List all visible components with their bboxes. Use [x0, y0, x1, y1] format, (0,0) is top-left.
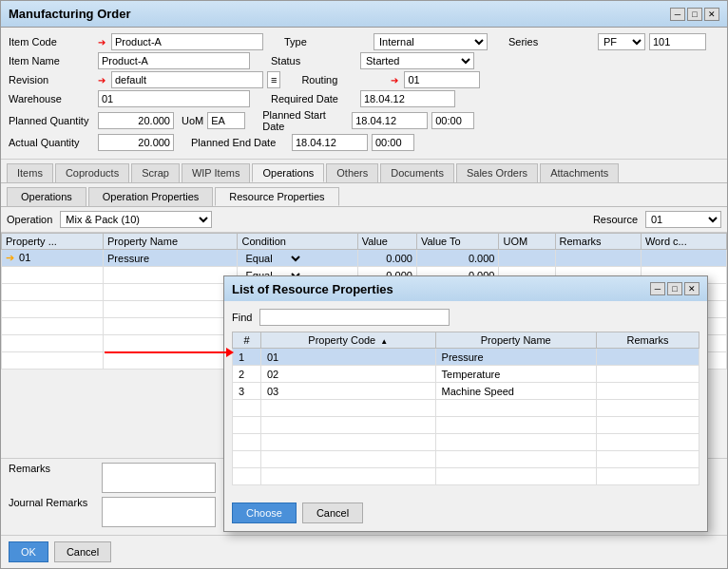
list-cell-remarks: [596, 349, 699, 366]
planned-qty-label: Planned Quantity: [9, 115, 94, 126]
uom-input[interactable]: [207, 112, 245, 129]
planned-end-time-input[interactable]: [372, 134, 414, 151]
tab-wip-items[interactable]: WIP Items: [182, 163, 251, 182]
cell-property-name-2: [104, 267, 238, 284]
series-label: Series: [508, 36, 594, 47]
cell-property-name: Pressure: [104, 250, 238, 267]
dialog-minimize-btn[interactable]: ─: [650, 282, 665, 295]
sub-tab-operation-properties[interactable]: Operation Properties: [88, 187, 214, 206]
tab-coproducts[interactable]: Coproducts: [55, 163, 129, 182]
table-row[interactable]: ➔ 01 Pressure Equal 0.000 0.000: [2, 250, 727, 267]
operation-select[interactable]: Mix & Pack (10): [60, 211, 212, 228]
window-title: Manufacturing Order: [9, 7, 131, 21]
item-name-input[interactable]: [98, 52, 250, 69]
journal-remarks-box[interactable]: [102, 497, 216, 527]
cell-property-code: ➔ 01: [2, 250, 104, 267]
cell-property-code-2: ➔: [2, 267, 104, 284]
type-select[interactable]: Internal: [374, 33, 488, 50]
col-property-name: Property Name: [104, 234, 238, 250]
series-num-input[interactable]: [649, 33, 706, 50]
operation-label: Operation: [7, 214, 52, 225]
item-code-label: Item Code: [9, 36, 94, 47]
item-code-input[interactable]: [111, 33, 263, 50]
sub-tabs: Operations Operation Properties Resource…: [1, 183, 727, 207]
resource-select[interactable]: 01: [645, 211, 721, 228]
type-label: Type: [284, 36, 370, 47]
cell-value: 0.000: [357, 250, 416, 267]
find-input[interactable]: [259, 309, 450, 326]
journal-remarks-label: Journal Remarks: [9, 497, 94, 508]
dialog-footer: Choose Cancel: [224, 499, 707, 531]
title-bar: Manufacturing Order ─ □ ✕: [1, 1, 727, 28]
list-cell-name: Temperature: [435, 366, 596, 383]
list-dialog: List of Resource Properties ─ □ ✕ Find #…: [223, 275, 708, 532]
sub-tab-resource-properties[interactable]: Resource Properties: [215, 187, 338, 206]
list-cell-name: Pressure: [435, 349, 596, 366]
dialog-close-btn[interactable]: ✕: [684, 282, 699, 295]
tab-scrap[interactable]: Scrap: [131, 163, 180, 182]
properties-list: # Property Code ▲ Property Name Remarks …: [232, 332, 699, 485]
list-cell-num: 1: [233, 349, 261, 366]
tab-attachments[interactable]: Attachments: [540, 163, 619, 182]
dialog-title-text: List of Resource Properties: [232, 282, 393, 296]
tab-sales-orders[interactable]: Sales Orders: [456, 163, 538, 182]
col-uom: UOM: [499, 234, 555, 250]
list-item: [233, 417, 699, 434]
restore-button[interactable]: □: [687, 8, 702, 21]
warehouse-input[interactable]: [98, 90, 250, 107]
remarks-box[interactable]: [102, 463, 216, 493]
list-cell-name: Machine Speed: [435, 383, 596, 400]
list-item: [233, 400, 699, 417]
sub-tab-operations[interactable]: Operations: [7, 187, 86, 206]
ok-button[interactable]: OK: [9, 541, 48, 562]
item-name-label: Item Name: [9, 55, 94, 66]
planned-qty-input[interactable]: [98, 112, 174, 129]
actual-qty-input[interactable]: [98, 134, 174, 151]
list-item[interactable]: 1 01 Pressure: [233, 349, 699, 366]
status-label: Status: [271, 55, 356, 66]
remarks-label: Remarks: [9, 463, 94, 474]
tab-operations[interactable]: Operations: [252, 163, 324, 182]
revision-label: Revision: [9, 74, 94, 85]
col-property-code: Property ...: [2, 234, 104, 250]
planned-start-time-input[interactable]: [431, 112, 474, 129]
choose-button[interactable]: Choose: [232, 503, 297, 523]
list-cell-code: 02: [261, 366, 436, 383]
col-prop-name: Property Name: [435, 332, 596, 349]
routing-arrow: ➔: [391, 75, 398, 85]
required-date-label: Required Date: [271, 93, 356, 104]
cell-uom: [499, 250, 555, 267]
dialog-body: Find # Property Code ▲ Property Name Rem…: [224, 301, 707, 499]
series-select[interactable]: PF: [598, 33, 645, 50]
close-button[interactable]: ✕: [704, 8, 719, 21]
planned-start-label: Planned Start Date: [262, 109, 348, 132]
list-cell-num: 3: [233, 383, 261, 400]
cell-condition[interactable]: Equal: [238, 250, 357, 267]
dialog-cancel-button[interactable]: Cancel: [302, 503, 363, 523]
revision-browse-btn[interactable]: ≡: [267, 71, 280, 88]
list-item: [233, 451, 699, 468]
col-prop-code[interactable]: Property Code ▲: [261, 332, 436, 349]
form-area: Item Code ➔ Type Internal Series PF Item…: [1, 28, 727, 160]
status-select[interactable]: Started: [360, 52, 474, 69]
cancel-button[interactable]: Cancel: [54, 541, 111, 562]
routing-input[interactable]: [404, 71, 480, 88]
required-date-input[interactable]: [360, 90, 455, 107]
planned-end-input[interactable]: [292, 134, 368, 151]
list-item: [233, 434, 699, 451]
revision-input[interactable]: [111, 71, 263, 88]
dialog-restore-btn[interactable]: □: [667, 282, 682, 295]
tab-items[interactable]: Items: [7, 163, 53, 182]
list-item: [233, 468, 699, 485]
list-item[interactable]: 3 03 Machine Speed: [233, 383, 699, 400]
list-item[interactable]: 2 02 Temperature: [233, 366, 699, 383]
minimize-button[interactable]: ─: [670, 8, 685, 21]
col-remarks: Remarks: [555, 234, 641, 250]
tab-documents[interactable]: Documents: [380, 163, 454, 182]
tab-others[interactable]: Others: [326, 163, 378, 182]
item-code-arrow: ➔: [98, 37, 105, 47]
col-word: Word c...: [641, 234, 726, 250]
planned-start-input[interactable]: [352, 112, 428, 129]
routing-label: Routing: [301, 74, 387, 85]
list-cell-code: 01: [261, 349, 436, 366]
